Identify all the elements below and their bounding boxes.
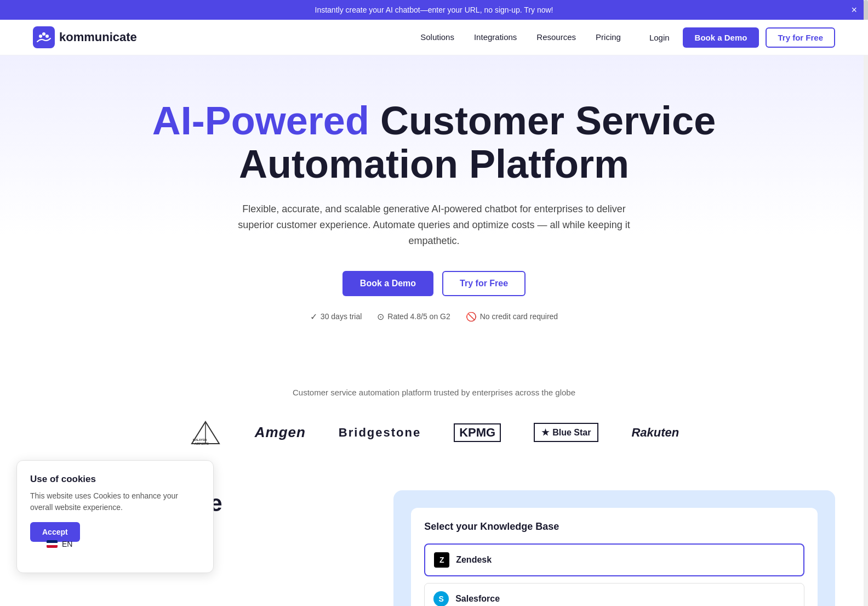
logos-container: MALAYSIA AIRPORTS Amgen Bridgestone KPMG…: [33, 419, 835, 446]
kb-option-zendesk[interactable]: Z Zendesk: [424, 543, 804, 576]
logo-icon: [33, 26, 55, 48]
hero-heading: AI-Powered Customer Service Automation P…: [110, 99, 758, 186]
nav-book-demo-button[interactable]: Book a Demo: [683, 27, 760, 48]
badge-g2-text: Rated 4.8/5 on G2: [387, 312, 450, 321]
hero-heading-highlight: AI-Powered: [152, 99, 369, 143]
badge-trial-text: 30 days trial: [321, 312, 362, 321]
logo-link[interactable]: kommunicate: [33, 26, 137, 48]
cookie-title: Use of cookies: [30, 474, 200, 485]
logo-bridgestone: Bridgestone: [339, 426, 421, 440]
hero-subheading: Flexible, accurate, and scalable generat…: [229, 201, 639, 248]
cookie-text: This website uses Cookies to enhance you…: [30, 490, 200, 513]
zendesk-icon: Z: [434, 552, 449, 568]
hero-book-demo-button[interactable]: Book a Demo: [342, 271, 433, 296]
kb-card: Select your Knowledge Base Z Zendesk S S…: [411, 508, 818, 606]
hero-badge-trial: ✓ 30 days trial: [310, 312, 362, 322]
hero-badges: ✓ 30 days trial ⊙ Rated 4.8/5 on G2 🚫 No…: [110, 312, 758, 322]
salesforce-icon: S: [433, 591, 449, 606]
svg-text:MALAYSIA: MALAYSIA: [193, 438, 207, 441]
logo-text: kommunicate: [59, 30, 137, 44]
svg-point-3: [45, 35, 49, 38]
logo-rakuten: Rakuten: [631, 426, 679, 440]
scrollbar[interactable]: [864, 0, 868, 606]
malaysia-airports-icon: MALAYSIA AIRPORTS: [189, 419, 222, 446]
hero-badge-g2: ⊙ Rated 4.8/5 on G2: [377, 312, 450, 322]
hero-section: AI-Powered Customer Service Automation P…: [0, 55, 868, 355]
language-selector[interactable]: EN: [47, 540, 216, 548]
bluestar-star: ★: [541, 427, 549, 438]
nav-try-free-button[interactable]: Try for Free: [766, 27, 835, 48]
top-banner: Instantly create your AI chatbot—enter y…: [0, 0, 868, 20]
nav-integrations[interactable]: Integrations: [474, 32, 517, 42]
hero-badge-no-cc: 🚫 No credit card required: [466, 312, 558, 322]
language-code: EN: [62, 540, 72, 548]
kb-card-title: Select your Knowledge Base: [424, 521, 804, 533]
bluestar-text: Blue Star: [552, 428, 591, 438]
nav-solutions[interactable]: Solutions: [420, 32, 454, 42]
svg-text:AIRPORTS: AIRPORTS: [195, 442, 209, 445]
svg-point-2: [42, 32, 45, 36]
logo-bluestar: ★ Blue Star: [534, 423, 598, 442]
check-icon: ✓: [310, 312, 317, 322]
banner-text: Instantly create your AI chatbot—enter y…: [315, 5, 553, 14]
svg-point-1: [39, 35, 42, 38]
hero-buttons: Book a Demo Try for Free: [110, 271, 758, 296]
g2-icon: ⊙: [377, 312, 384, 322]
banner-close-button[interactable]: ×: [851, 5, 857, 15]
logo-malaysia-airports: MALAYSIA AIRPORTS: [189, 419, 222, 446]
trusted-section: Customer service automation platform tru…: [0, 355, 868, 457]
cookie-accept-button[interactable]: Accept: [30, 522, 80, 542]
logo-amgen: Amgen: [255, 424, 306, 441]
svg-rect-0: [33, 26, 55, 48]
hero-try-free-button[interactable]: Try for Free: [442, 271, 526, 296]
nav-links: Solutions Integrations Resources Pricing: [420, 32, 621, 42]
trusted-text: Customer service automation platform tru…: [33, 388, 835, 397]
nav-resources[interactable]: Resources: [536, 32, 576, 42]
badge-nocc-text: No credit card required: [480, 312, 558, 321]
kb-option-salesforce[interactable]: S Salesforce: [424, 583, 804, 606]
nav-pricing[interactable]: Pricing: [596, 32, 621, 42]
flag-icon: [47, 540, 58, 548]
logo-kpmg: KPMG: [454, 423, 501, 442]
bottom-right: Select your Knowledge Base Z Zendesk S S…: [393, 490, 835, 606]
navigation: kommunicate Solutions Integrations Resou…: [0, 20, 868, 55]
card-icon: 🚫: [466, 312, 477, 322]
kb-salesforce-label: Salesforce: [455, 594, 500, 604]
cookie-banner: Use of cookies This website uses Cookies…: [16, 460, 214, 573]
login-button[interactable]: Login: [643, 29, 676, 47]
kb-zendesk-label: Zendesk: [456, 555, 492, 565]
nav-actions: Login Book a Demo Try for Free: [643, 27, 835, 48]
